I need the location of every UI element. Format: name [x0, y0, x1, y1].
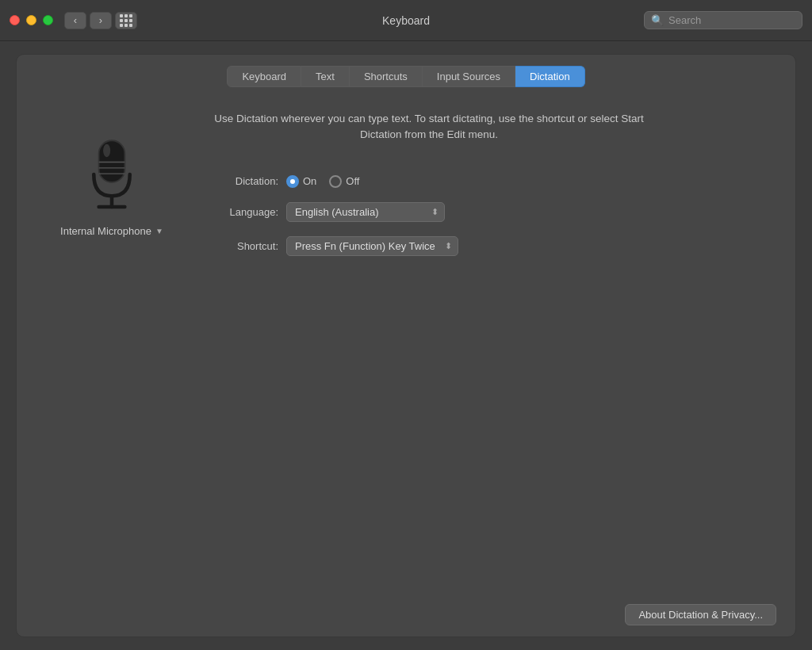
mic-name: Internal Microphone	[60, 225, 151, 237]
minimize-button[interactable]	[26, 15, 36, 25]
traffic-lights	[10, 15, 53, 25]
grid-icon	[120, 14, 132, 27]
shortcut-select-wrapper: Press Fn (Function) Key Twice	[286, 236, 458, 256]
tab-text[interactable]: Text	[301, 66, 350, 87]
titlebar: ‹ › Keyboard 🔍	[0, 0, 812, 41]
close-button[interactable]	[10, 15, 20, 25]
svg-rect-0	[99, 140, 125, 182]
form-rows: Dictation: On Off	[207, 167, 772, 256]
language-label: Language:	[207, 206, 278, 218]
window-title: Keyboard	[382, 14, 430, 27]
dictation-label: Dictation:	[207, 175, 278, 187]
radio-off-circle	[329, 175, 342, 188]
maximize-button[interactable]	[43, 15, 53, 25]
search-icon: 🔍	[651, 14, 664, 26]
language-row: Language: English (Australia)	[207, 202, 772, 222]
panel-footer: About Dictation & Privacy...	[17, 593, 795, 637]
language-select-wrapper: English (Australia)	[286, 202, 445, 222]
panel-body: Internal Microphone ▼ Use Dictation wher…	[17, 87, 795, 593]
grid-button[interactable]	[115, 12, 137, 29]
tab-shortcuts[interactable]: Shortcuts	[350, 66, 423, 87]
tab-keyboard[interactable]: Keyboard	[227, 66, 301, 87]
radio-off[interactable]: Off	[329, 175, 359, 188]
mic-section: Internal Microphone ▼	[40, 103, 183, 577]
nav-buttons: ‹ ›	[64, 12, 112, 29]
radio-on[interactable]: On	[286, 175, 316, 188]
radio-on-label: On	[303, 175, 316, 187]
search-input[interactable]	[668, 14, 795, 26]
panel: Keyboard Text Shortcuts Input Sources Di…	[16, 54, 796, 637]
shortcut-label: Shortcut:	[207, 240, 278, 252]
settings-section: Use Dictation wherever you can type text…	[207, 103, 772, 577]
radio-group-dictation: On Off	[286, 175, 359, 188]
radio-on-circle	[286, 175, 299, 188]
tab-bar: Keyboard Text Shortcuts Input Sources Di…	[17, 55, 795, 87]
mic-chevron-icon: ▼	[155, 227, 163, 235]
tab-dictation[interactable]: Dictation	[515, 66, 585, 87]
back-button[interactable]: ‹	[64, 12, 86, 29]
forward-button[interactable]: ›	[90, 12, 112, 29]
shortcut-select[interactable]: Press Fn (Function) Key Twice	[286, 236, 458, 256]
dictation-description: Use Dictation wherever you can type text…	[207, 103, 651, 151]
about-dictation-button[interactable]: About Dictation & Privacy...	[625, 604, 776, 625]
language-select[interactable]: English (Australia)	[286, 202, 445, 222]
svg-point-5	[103, 144, 110, 157]
radio-off-label: Off	[346, 175, 359, 187]
main-content: Keyboard Text Shortcuts Input Sources Di…	[0, 41, 812, 650]
dictation-row: Dictation: On Off	[207, 175, 772, 188]
search-bar: 🔍	[644, 11, 802, 29]
tab-input-sources[interactable]: Input Sources	[423, 66, 515, 87]
shortcut-row: Shortcut: Press Fn (Function) Key Twice	[207, 236, 772, 256]
mic-icon	[80, 135, 144, 214]
mic-label[interactable]: Internal Microphone ▼	[60, 225, 163, 237]
